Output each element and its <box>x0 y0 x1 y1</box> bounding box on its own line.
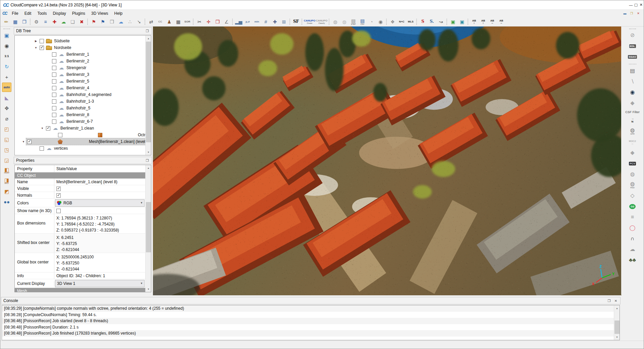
shield-2-icon[interactable]: ◆ <box>628 148 638 157</box>
tree-row[interactable]: Bahnhofstr_5 <box>15 105 151 111</box>
expander-icon[interactable]: ▼ <box>33 46 39 49</box>
cross-section-icon[interactable]: ✛ <box>204 18 213 26</box>
menu-tools[interactable]: Tools <box>34 10 50 16</box>
align-ab-left-icon[interactable]: AB ↤ <box>488 18 496 26</box>
circle-fit-icon[interactable]: ◯ <box>628 223 638 233</box>
scrollbar-thumb[interactable] <box>146 202 151 252</box>
mdi-close-icon[interactable]: ✕ <box>635 10 642 16</box>
scroll-up-icon[interactable]: ▲ <box>146 165 151 171</box>
save-icon[interactable]: ▦ <box>11 18 19 26</box>
scrollbar-thumb[interactable] <box>146 42 151 142</box>
rsd-icon[interactable]: ◍ RSD <box>628 180 638 190</box>
tree-row[interactable]: Strengerstr <box>15 64 151 71</box>
tree-row-selected[interactable]: ▼Mesh[Berlinerstr_1.clean] (level 8) <box>15 138 151 145</box>
compass-icon[interactable]: ◉ <box>628 88 638 97</box>
align-ab-right-icon[interactable]: AB ↦ <box>497 18 505 26</box>
canupo-create-icon[interactable]: CANUPO Create <box>304 18 315 26</box>
view-back-icon[interactable]: ◨ BACK <box>2 176 11 186</box>
property-row-show-name[interactable]: Show name (in 3D) <box>15 207 145 214</box>
tree-row[interactable]: Bahnhofstr_4.segmented <box>15 91 151 98</box>
view-left-icon[interactable]: ◳ <box>2 145 11 154</box>
view-bottom-icon[interactable]: ◱ <box>2 135 11 144</box>
menu-help[interactable]: Help <box>111 10 126 16</box>
expander-icon[interactable]: ▼ <box>21 140 26 143</box>
property-row-normals[interactable]: Normals <box>15 192 145 199</box>
pivot-icon[interactable]: ◣ <box>2 93 11 102</box>
delete-icon[interactable]: ✖ <box>77 18 86 26</box>
align-ab-down-icon[interactable]: AB ↧ <box>479 18 487 26</box>
translate-rotate-icon[interactable]: ⇄ <box>147 18 155 26</box>
forest-icon[interactable]: ♣♣ <box>628 255 638 265</box>
pcv-icon[interactable]: PCV <box>628 159 638 168</box>
noise-filter-icon[interactable]: ∴ <box>126 18 134 26</box>
mdi-minimize-icon[interactable]: ▬ <box>622 10 628 16</box>
mls-smoothing-icon[interactable]: MLS <box>407 18 415 26</box>
hpr-icon[interactable]: ◍ HPR <box>628 127 638 136</box>
point-list-picking-icon[interactable]: ⚑ <box>99 18 107 26</box>
tree-row[interactable]: Berlinerstr_5 <box>15 78 151 85</box>
layers-icon[interactable]: ≡ <box>628 212 638 222</box>
tree-checkbox[interactable] <box>58 133 62 137</box>
spline-red-icon[interactable]: S <box>419 18 427 26</box>
normals-curvature-icon[interactable]: N+C <box>397 18 406 26</box>
center-view-icon[interactable]: + <box>2 72 11 82</box>
tree-checkbox[interactable] <box>52 106 56 110</box>
tree-row[interactable]: Berlinerstr_8 <box>15 111 151 118</box>
close-icon[interactable]: ✕ <box>613 299 618 303</box>
ssao-filter-icon[interactable]: SSAO <box>628 52 638 61</box>
visible-checkbox[interactable] <box>56 187 61 191</box>
menu-3d-views[interactable]: 3D Views <box>88 10 111 16</box>
tree-checkbox[interactable] <box>52 119 56 124</box>
tree-checkbox[interactable] <box>52 93 56 97</box>
cube-icon[interactable]: ◇ <box>628 191 638 200</box>
tree-row[interactable]: ▶Südseite <box>15 38 151 44</box>
animation-icon[interactable]: ▤ <box>628 66 638 76</box>
no-filter-icon[interactable]: ⊘ <box>628 31 638 40</box>
add-constant-sf-icon[interactable]: ✚ <box>50 18 59 26</box>
tree-row[interactable]: Bahnhofstr_1-3 <box>15 98 151 105</box>
tree-checkbox[interactable] <box>40 146 44 151</box>
canupo-classify-icon[interactable]: CANUPO Classify <box>316 18 327 26</box>
view-top-icon[interactable]: ◰ <box>2 124 11 134</box>
colors-dropdown[interactable]: RGB ▼ <box>55 199 145 207</box>
3d-render-canvas[interactable] <box>153 27 622 295</box>
view-right-icon[interactable]: ◲ <box>2 155 11 165</box>
broom-icon[interactable]: ∖ <box>628 77 638 86</box>
tree-checkbox[interactable] <box>52 113 56 117</box>
sf-filter-minmax-icon[interactable]: min <box>253 18 261 26</box>
window-minimize-button[interactable]: — <box>628 0 633 9</box>
histogram-icon[interactable]: ▂▅ <box>234 18 243 26</box>
tree-checkbox[interactable] <box>40 39 44 43</box>
sf-arithmetic-icon[interactable]: # <box>262 18 270 26</box>
menu-display[interactable]: Display <box>50 10 69 16</box>
tree-checkbox[interactable] <box>52 86 56 90</box>
plugin-icon-1[interactable]: ▣ <box>449 18 457 26</box>
g3-icon[interactable]: G3 <box>628 202 638 211</box>
plugin-icon-2[interactable]: ▣ <box>458 18 466 26</box>
step-export-icon[interactable]: ▤ STEP <box>349 18 358 26</box>
sf-toggle-icon[interactable]: SF <box>292 18 300 26</box>
tree-row[interactable]: vertices <box>15 145 151 152</box>
open-icon[interactable]: ✏ <box>2 18 10 26</box>
align-ab-up-icon[interactable]: AB ↥ <box>470 18 478 26</box>
tree-row[interactable]: Berlinerstr_2 <box>15 58 151 64</box>
segment-scissors-icon[interactable]: ✂ <box>195 18 204 26</box>
curve-fit-icon[interactable]: ↝ <box>437 18 445 26</box>
properties-list-icon[interactable]: ≡ <box>41 18 50 26</box>
tree-row[interactable]: Berlinerstr_4 <box>15 85 151 91</box>
cloud-cloud-distance-icon[interactable]: CC <box>156 18 164 26</box>
clone-icon[interactable]: ❒ <box>108 18 116 26</box>
apply-transformation-icon[interactable]: ⚙ <box>32 18 41 26</box>
plugins-puzzle-icon[interactable]: ❖ <box>388 18 397 26</box>
3d-view[interactable] <box>153 27 622 295</box>
toolbar-grip[interactable] <box>3 29 10 29</box>
point-picking-icon[interactable]: ⚑ <box>90 18 98 26</box>
property-row-visible[interactable]: Visible <box>15 185 145 192</box>
toolbar-grip[interactable] <box>629 29 636 29</box>
dodecahedron-icon[interactable]: ◍ <box>628 169 638 179</box>
m3c2-icon[interactable]: M3C2 ∷ <box>628 137 638 147</box>
save-all-icon[interactable]: ❐ <box>20 18 29 26</box>
cloud-measure-icon[interactable]: ☁ <box>628 245 638 254</box>
undock-icon[interactable]: ❐ <box>607 299 611 303</box>
sphere-slice-icon[interactable]: ◔ <box>367 18 376 26</box>
